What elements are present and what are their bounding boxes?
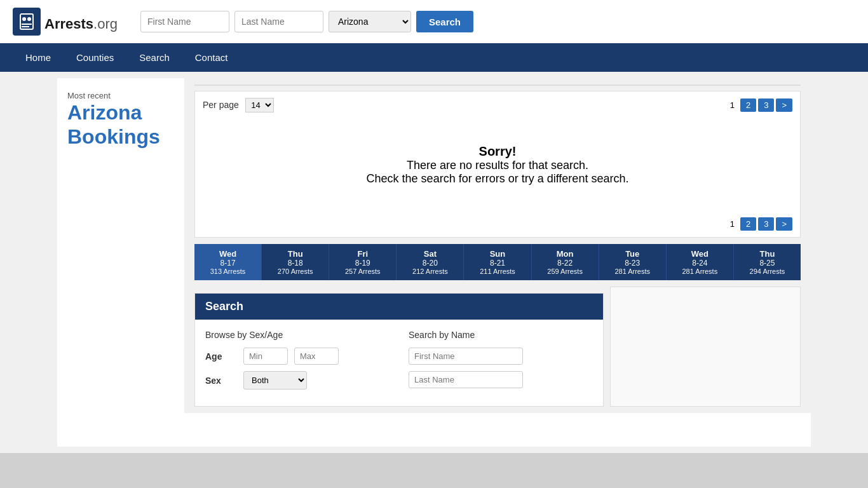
- left-sidebar: Most recent Arizona Bookings: [57, 78, 184, 413]
- date-cell-3[interactable]: Sat8-20212 Arrests: [397, 244, 464, 280]
- search-last-name-input[interactable]: [409, 371, 523, 388]
- page-3-btn-bottom[interactable]: 3: [758, 217, 774, 231]
- search-body: Browse by Sex/Age Age Sex: [195, 320, 603, 406]
- divider: [194, 85, 801, 86]
- per-page-row-bottom: 1 2 3 >: [195, 211, 800, 237]
- header-search-form: Arizona Alabama California Florida Texas…: [140, 11, 473, 32]
- nav-contact[interactable]: Contact: [182, 43, 241, 72]
- date-cell-6[interactable]: Tue8-23281 Arrests: [599, 244, 667, 280]
- nav-home[interactable]: Home: [13, 43, 64, 72]
- results-box: Per page 14 25 50 1 2 3 >: [194, 91, 801, 238]
- most-recent-label: Most recent: [67, 91, 174, 100]
- logo-icon: [13, 8, 41, 36]
- date-cell-2[interactable]: Fri8-19257 Arrests: [329, 244, 397, 280]
- date-cell-0[interactable]: Wed8-17313 Arrests: [194, 244, 262, 280]
- search-name-subtitle: Search by Name: [409, 330, 593, 340]
- search-section-header: Search: [195, 294, 603, 320]
- age-label: Age: [205, 351, 237, 362]
- sex-select[interactable]: Both Male Female: [243, 371, 307, 390]
- header-search-button[interactable]: Search: [416, 11, 473, 32]
- page-3-btn-top[interactable]: 3: [758, 98, 774, 112]
- arizona-bookings-title: Arizona Bookings: [67, 100, 174, 149]
- date-cell-1[interactable]: Thu8-18270 Arrests: [262, 244, 329, 280]
- age-min-input[interactable]: [243, 348, 288, 365]
- ad-area: [610, 287, 801, 407]
- nav-bar: Home Counties Search Contact: [0, 43, 868, 72]
- next-btn-bottom[interactable]: >: [776, 217, 792, 231]
- main-container: Most recent Arizona Bookings Per page: [57, 78, 811, 447]
- header-first-name-input[interactable]: [140, 11, 229, 32]
- header: Arrests.org Arizona Alabama California F…: [0, 0, 868, 43]
- date-cell-5[interactable]: Mon8-22259 Arrests: [532, 244, 599, 280]
- logo: Arrests.org: [13, 8, 118, 36]
- search-section-container: Search Browse by Sex/Age Age: [194, 287, 604, 407]
- pagination-bottom: 1 2 3 >: [726, 217, 792, 231]
- age-max-input[interactable]: [294, 348, 339, 365]
- nav-counties[interactable]: Counties: [64, 43, 126, 72]
- next-btn-top[interactable]: >: [776, 98, 792, 112]
- search-by-name: Search by Name: [409, 330, 593, 396]
- date-cell-7[interactable]: Wed8-24281 Arrests: [667, 244, 734, 280]
- search-last-name-row: [409, 371, 593, 388]
- no-results-message: Sorry! There are no results for that sea…: [195, 119, 800, 211]
- search-section: Search Browse by Sex/Age Age: [194, 293, 604, 407]
- browse-by-sex-age: Browse by Sex/Age Age Sex: [205, 330, 390, 396]
- sidebar-title: Most recent Arizona Bookings: [67, 91, 174, 149]
- nav-search[interactable]: Search: [126, 43, 182, 72]
- per-page-row: Per page 14 25 50 1 2 3 >: [195, 92, 800, 119]
- page-body: Most recent Arizona Bookings Per page: [0, 72, 868, 453]
- svg-point-1: [22, 17, 26, 21]
- per-page-select[interactable]: 14 25 50: [245, 98, 274, 112]
- per-page-control: Per page 14 25 50: [203, 98, 274, 112]
- dates-bar: Wed8-17313 ArrestsThu8-18270 ArrestsFri8…: [194, 244, 801, 280]
- date-cell-8[interactable]: Thu8-25294 Arrests: [734, 244, 801, 280]
- pagination-top: 1 2 3 >: [726, 98, 792, 112]
- age-row: Age: [205, 348, 390, 365]
- svg-point-2: [27, 17, 31, 21]
- page-2-btn-bottom[interactable]: 2: [740, 217, 756, 231]
- page-2-btn-top[interactable]: 2: [740, 98, 756, 112]
- search-first-name-input[interactable]: [409, 348, 523, 365]
- header-state-select[interactable]: Arizona Alabama California Florida Texas: [329, 11, 411, 32]
- bottom-layout: Search Browse by Sex/Age Age: [194, 287, 801, 407]
- search-first-name-row: [409, 348, 593, 365]
- sex-label: Sex: [205, 376, 237, 386]
- browse-subtitle: Browse by Sex/Age: [205, 330, 390, 340]
- sex-row: Sex Both Male Female: [205, 371, 390, 390]
- main-area: Per page 14 25 50 1 2 3 >: [184, 78, 811, 413]
- logo-text: Arrests.org: [44, 10, 118, 34]
- date-cell-4[interactable]: Sun8-21211 Arrests: [464, 244, 531, 280]
- header-last-name-input[interactable]: [234, 11, 323, 32]
- content-layout: Most recent Arizona Bookings Per page: [57, 78, 811, 413]
